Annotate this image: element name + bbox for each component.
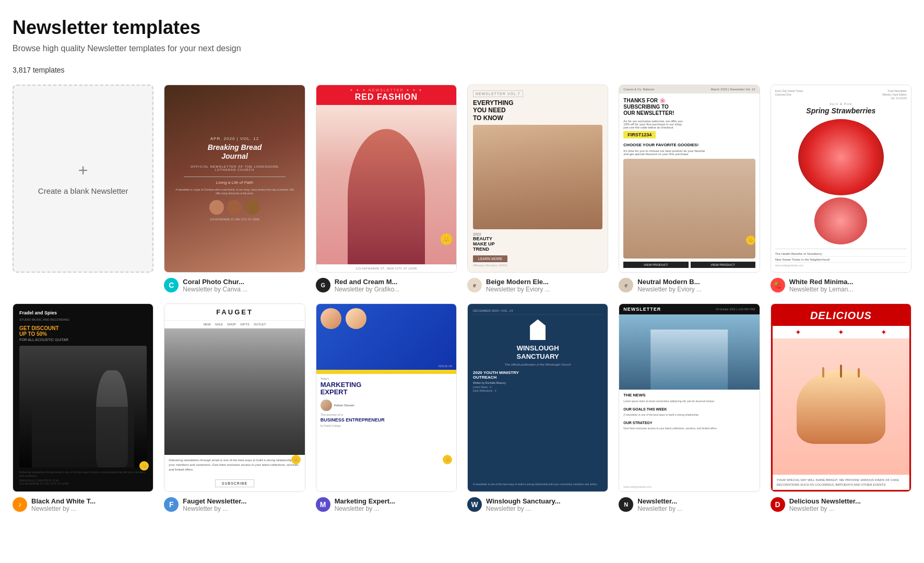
- template-info-8: W Winslough Sanctuary... Newsletter by .…: [467, 497, 608, 512]
- template-avatar-5: ♪: [13, 497, 27, 512]
- template-name-7: Marketing Expert...: [335, 497, 457, 505]
- template-author-3: Newsletter by Eviory ...: [637, 286, 760, 293]
- template-author-1: Newsletter by Grafiko...: [335, 286, 457, 293]
- template-author-6: Newsletter by ...: [183, 505, 305, 512]
- template-thumb-5[interactable]: Fradel and Spies STUDIO MUSIC AND RECORD…: [13, 303, 153, 491]
- template-avatar-3: e: [619, 278, 633, 292]
- template-text-4: White Red Minima... Newsletter by Leman.…: [789, 278, 911, 293]
- template-info-4: 🍓 White Red Minima... Newsletter by Lema…: [771, 278, 911, 293]
- template-info-10: D Delicious Newsletter... Newsletter by …: [771, 497, 911, 512]
- template-avatar-10: D: [771, 497, 785, 512]
- blank-label: Create a blank Newsletter: [38, 185, 128, 196]
- template-name-3: Neutral Modern B...: [637, 278, 760, 286]
- template-card-beige[interactable]: NEWSLETTER VOL.7 EVERYTHINGYOU NEEDTO KN…: [467, 85, 608, 293]
- page-subtitle: Browse high quality Newsletter templates…: [13, 44, 911, 53]
- template-card-newsletter-bldg[interactable]: NEWSLETTER 02 October 2022 | +123-456-78…: [619, 303, 760, 512]
- page-title: Newsletter templates: [13, 17, 911, 39]
- template-thumb-10[interactable]: DELICIOUS ✦ ✦ ✦: [771, 303, 911, 491]
- template-info-7: M Marketing Expert... Newsletter by ...: [316, 497, 457, 512]
- template-name-9: Newsletter...: [637, 497, 760, 505]
- template-name-2: Beige Modern Ele...: [486, 278, 608, 286]
- template-card-red-fashion[interactable]: ✦ ✦ ✦ NEWSLETTER ✦ ✦ ✦ RED FASHION 123 A…: [316, 85, 457, 293]
- template-name-6: Fauget Newsletter...: [183, 497, 305, 505]
- template-avatar-6: F: [164, 497, 179, 512]
- template-name-1: Red and Cream M...: [335, 278, 457, 286]
- template-thumb-7[interactable]: ISSUE 00 Today's MARKETINGEXPERT Rafael …: [316, 303, 457, 491]
- template-name-0: Coral Photo Chur...: [183, 278, 305, 286]
- template-text-8: Winslough Sanctuary... Newsletter by ...: [486, 497, 608, 512]
- template-card-sanctuary[interactable]: DECEMBER 2020 • VOL. 24 WINSLOUGHSANCTUA…: [467, 303, 608, 512]
- template-count: 3,817 templates: [13, 66, 911, 74]
- template-card-neutral[interactable]: Cosmo & Co. Balance March 2022 | Newslet…: [619, 85, 760, 293]
- plus-icon: +: [78, 161, 88, 180]
- template-info-0: C Coral Photo Chur... Newsletter by Canv…: [164, 278, 305, 293]
- template-author-10: Newsletter by ...: [789, 505, 911, 512]
- template-author-8: Newsletter by ...: [486, 505, 608, 512]
- template-info-6: F Fauget Newsletter... Newsletter by ...: [164, 497, 305, 512]
- template-author-5: Newsletter by ...: [31, 505, 153, 512]
- template-grid: + Create a blank Newsletter APR. 2020 | …: [13, 85, 911, 512]
- template-thumb-0[interactable]: APR. 2020 | VOL. 12 Breaking BreadJourna…: [164, 85, 305, 273]
- template-text-5: Black And White T... Newsletter by ...: [31, 497, 153, 512]
- template-avatar-1: G: [316, 278, 330, 292]
- template-info-1: G Red and Cream M... Newsletter by Grafi…: [316, 278, 457, 293]
- blank-template-thumb[interactable]: + Create a blank Newsletter: [13, 85, 153, 273]
- template-avatar-2: e: [467, 278, 482, 292]
- template-card-marketing[interactable]: ISSUE 00 Today's MARKETINGEXPERT Rafael …: [316, 303, 457, 512]
- template-name-5: Black And White T...: [31, 497, 153, 505]
- template-text-1: Red and Cream M... Newsletter by Grafiko…: [335, 278, 457, 293]
- template-avatar-9: N: [619, 497, 633, 512]
- template-thumb-1[interactable]: ✦ ✦ ✦ NEWSLETTER ✦ ✦ ✦ RED FASHION 123 A…: [316, 85, 457, 273]
- template-avatar-7: M: [316, 497, 330, 512]
- template-thumb-3[interactable]: Cosmo & Co. Balance March 2022 | Newslet…: [619, 85, 760, 273]
- template-author-9: Newsletter by ...: [637, 505, 760, 512]
- template-author-7: Newsletter by ...: [335, 505, 457, 512]
- template-card-fauget[interactable]: FAUGET NEW SALE SHOP GIFTS OUTLET Delive…: [164, 303, 305, 512]
- template-author-2: Newsletter by Eviory ...: [486, 286, 608, 293]
- blank-template-card[interactable]: + Create a blank Newsletter: [13, 85, 153, 293]
- template-text-9: Newsletter... Newsletter by ...: [637, 497, 760, 512]
- template-avatar-0: C: [164, 278, 179, 292]
- template-info-5: ♪ Black And White T... Newsletter by ...: [13, 497, 153, 512]
- template-thumb-4[interactable]: Every Day Sweet TreatsColoured Zine Food…: [771, 85, 911, 273]
- template-name-8: Winslough Sanctuary...: [486, 497, 608, 505]
- template-author-0: Newsletter by Canva ...: [183, 286, 305, 293]
- template-card-delicious[interactable]: DELICIOUS ✦ ✦ ✦: [771, 303, 911, 512]
- template-author-4: Newsletter by Leman...: [789, 286, 911, 293]
- template-text-6: Fauget Newsletter... Newsletter by ...: [183, 497, 305, 512]
- template-info-3: e Neutral Modern B... Newsletter by Evio…: [619, 278, 760, 293]
- template-name-4: White Red Minima...: [789, 278, 911, 286]
- template-thumb-8[interactable]: DECEMBER 2020 • VOL. 24 WINSLOUGHSANCTUA…: [467, 303, 608, 491]
- template-avatar-4: 🍓: [771, 278, 785, 292]
- template-thumb-9[interactable]: NEWSLETTER 02 October 2022 | +123-456-78…: [619, 303, 760, 491]
- template-card-coral-photo-church[interactable]: APR. 2020 | VOL. 12 Breaking BreadJourna…: [164, 85, 305, 293]
- template-info-9: N Newsletter... Newsletter by ...: [619, 497, 760, 512]
- template-avatar-8: W: [467, 497, 482, 512]
- template-text-2: Beige Modern Ele... Newsletter by Eviory…: [486, 278, 608, 293]
- template-name-10: Delicious Newsletter...: [789, 497, 911, 505]
- template-thumb-6[interactable]: FAUGET NEW SALE SHOP GIFTS OUTLET Delive…: [164, 303, 305, 491]
- template-card-spring[interactable]: Every Day Sweet TreatsColoured Zine Food…: [771, 85, 911, 293]
- template-card-guitar[interactable]: Fradel and Spies STUDIO MUSIC AND RECORD…: [13, 303, 153, 512]
- template-text-7: Marketing Expert... Newsletter by ...: [335, 497, 457, 512]
- template-thumb-2[interactable]: NEWSLETTER VOL.7 EVERYTHINGYOU NEEDTO KN…: [467, 85, 608, 273]
- template-text-0: Coral Photo Chur... Newsletter by Canva …: [183, 278, 305, 293]
- template-text-3: Neutral Modern B... Newsletter by Eviory…: [637, 278, 760, 293]
- template-info-2: e Beige Modern Ele... Newsletter by Evio…: [467, 278, 608, 293]
- template-text-10: Delicious Newsletter... Newsletter by ..…: [789, 497, 911, 512]
